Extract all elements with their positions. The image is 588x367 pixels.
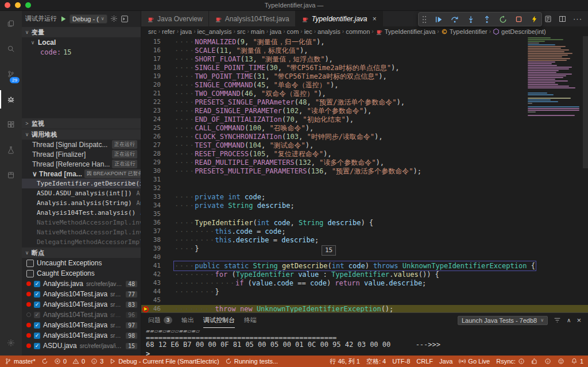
activity-bar-extensions[interactable] <box>0 112 22 137</box>
stack-frame[interactable]: Analysis104Test.analysis()A... <box>22 208 141 218</box>
breadcrumb-item[interactable]: getDescribe(int) <box>493 28 546 35</box>
minimap[interactable] <box>528 37 582 117</box>
code-line[interactable] <box>169 176 588 184</box>
activity-bar-gear[interactable] <box>0 330 22 356</box>
activity-bar-files[interactable] <box>0 11 22 36</box>
activity-bar-book[interactable] <box>0 163 22 188</box>
status-item-crlf[interactable]: CRLF <box>416 358 433 365</box>
checkbox-checked[interactable]: ✓ <box>34 333 40 339</box>
breakpoints-section-header[interactable]: ∨ 断点 <box>22 247 141 258</box>
status-item-rsync-[interactable]: Rsync: <box>496 357 525 365</box>
launch-config-dropdown[interactable]: Launch Java Tests - 7edb8 ∨ <box>458 316 548 325</box>
status-item-1[interactable]: 1 <box>571 357 583 365</box>
code-line[interactable]: ····public static String getDescribe(int… <box>169 262 588 271</box>
code-line[interactable]: ····END_OF_INITIALIZATIon(70, "初始化结束"), <box>169 115 588 124</box>
stop-icon[interactable] <box>515 16 523 23</box>
code-line[interactable]: ····SINGLE_COMMAND(45, "单命令（遥控）"), <box>169 81 588 90</box>
split-icon[interactable] <box>559 15 566 23</box>
console-prompt[interactable]: > <box>146 350 150 356</box>
checkbox-checked[interactable]: ✓ <box>34 291 40 298</box>
status-item-0[interactable]: 0 <box>54 357 67 365</box>
start-debug-icon[interactable] <box>60 16 67 22</box>
activity-bar-test[interactable] <box>0 137 22 163</box>
code-line[interactable]: ········this.code = code; <box>169 227 588 236</box>
gear-icon[interactable] <box>110 15 118 22</box>
variable-row[interactable]: code: 15 <box>22 47 141 57</box>
checkbox-unchecked[interactable] <box>26 270 34 277</box>
checkbox-unchecked[interactable] <box>26 260 34 267</box>
breakpoint-row[interactable]: ✓Analysis.javasrc/refer/java...48 <box>22 279 141 289</box>
breadcrumb-item[interactable]: iec_analysis <box>198 28 232 35</box>
call-stack-section-header[interactable]: ∨ 调用堆栈 <box>22 129 141 140</box>
activity-bar-scm[interactable]: 29 <box>0 61 22 87</box>
panel-tab-问题[interactable]: 问题3 <box>148 313 172 327</box>
status-item-master-[interactable]: master* <box>5 357 36 365</box>
tab-java-overview[interactable]: Java Overview <box>141 11 209 26</box>
stepinto-icon[interactable] <box>467 16 475 24</box>
more-icon[interactable]: ··· <box>573 14 582 23</box>
code-line[interactable]: ····READ_MULTIPLE_PARAMETERS(132, "读多个参数… <box>169 159 588 167</box>
breakpoint-row[interactable]: ✓Analysis104Test.javasrc/r...97 <box>22 320 141 330</box>
panel-tab-输出[interactable]: 输出 <box>181 313 194 327</box>
editor-scrollbar[interactable] <box>583 36 588 168</box>
breadcrumb-item[interactable]: common <box>346 28 370 35</box>
debug-console[interactable]: ▰▰▱▰▱▰▱▱▰▰▱▰▱ ==========================… <box>141 327 588 356</box>
checkbox-checked[interactable]: ✓ <box>34 343 40 349</box>
breadcrumb-item[interactable]: analysis <box>318 28 341 35</box>
status-item-空格-4[interactable]: 空格: 4 <box>366 357 386 366</box>
code-line[interactable]: ····TEST_COMMAND(104, "测试命令"), <box>169 141 588 150</box>
stack-frame[interactable]: NativeMethodAccessorImpl.invoke0( <box>22 218 141 227</box>
status-item-0[interactable]: 0 <box>72 357 85 365</box>
code-line[interactable]: ············if (value.code == code) retu… <box>169 279 588 288</box>
code-line[interactable]: ····SHORT_FLOAT(13, "测量值，短浮点数"), <box>169 55 588 64</box>
code-line[interactable]: ····CLOCK_SYNCHRONIZATIon(103, "时钟同步/读取命… <box>169 133 588 141</box>
status-item[interactable] <box>531 357 538 365</box>
panel-tab-终端[interactable]: 终端 <box>244 313 257 327</box>
call-stack-thread[interactable]: Thread [Reference Han...正在运行 <box>22 159 141 169</box>
status-item-debug-current-file-smartelectric-[interactable]: Debug - Current File (SmartElectric) <box>109 357 219 365</box>
breadcrumb-item[interactable]: src <box>237 28 246 35</box>
breadcrumb-item[interactable]: main <box>251 28 265 35</box>
exception-breakpoint-row[interactable]: Uncaught Exceptions <box>22 258 141 268</box>
code-line[interactable]: ····SCALE(11, "测量值，标度化值"), <box>169 47 588 55</box>
debug-config-dropdown[interactable]: Debug - ( ∨ <box>69 14 107 24</box>
tab-typeidentifier-java[interactable]: TypeIdentifier.java× <box>296 11 383 26</box>
activity-bar-debug[interactable] <box>0 87 22 112</box>
code-line[interactable]: ····PRESETS_SINGLE_PARAmeter(48, "预置/激活单… <box>169 98 588 107</box>
call-stack-thread[interactable]: Thread [Finalizer]正在运行 <box>22 149 141 159</box>
stack-frame[interactable]: DelegatingMethodAccessorImpl.inv <box>22 237 141 247</box>
breadcrumb-item[interactable]: TypeIdentifier <box>441 28 488 35</box>
code-line[interactable]: ········} <box>169 288 588 296</box>
code-line[interactable] <box>169 210 588 219</box>
close-panel-icon[interactable]: × <box>577 316 581 324</box>
breadcrumb-item[interactable]: refer <box>162 28 175 35</box>
code-line[interactable] <box>169 296 588 305</box>
status-item[interactable] <box>544 357 551 365</box>
activity-bar-search[interactable] <box>0 36 22 61</box>
breadcrumb-item[interactable]: TypeIdentifier.java <box>376 28 436 35</box>
checkbox-checked[interactable]: ✓ <box>34 312 40 318</box>
restart-icon[interactable] <box>499 16 507 24</box>
code-line[interactable]: ····TypeIdentifier(int code, String desc… <box>169 219 588 227</box>
breakpoint-row[interactable]: ✓Analysis104Test.javasrc/r...77 <box>22 289 141 299</box>
status-item-java[interactable]: Java <box>439 358 452 365</box>
call-stack-thread[interactable]: Thread [Signal Dispatc...正在运行 <box>22 140 141 149</box>
code-line[interactable] <box>169 253 588 262</box>
breadcrumb-item[interactable]: iec <box>304 28 312 35</box>
stepover-icon[interactable] <box>451 16 459 24</box>
status-item[interactable] <box>558 357 564 365</box>
code-editor[interactable]: 1516171819202122232425262728293031323334… <box>141 36 588 312</box>
breakpoint-row[interactable]: ✓Analysis104Test.javasrc/r...98 <box>22 330 141 341</box>
panel-tab-调试控制台[interactable]: 调试控制台 <box>203 313 235 328</box>
variables-section-header[interactable]: ∨ 变量 <box>22 26 141 37</box>
breakpoint-row[interactable]: ✓ASDU.javasrc/refer/java/ie...15 <box>22 341 141 351</box>
checkbox-checked[interactable]: ✓ <box>34 302 40 308</box>
code-line[interactable]: ········throw new UnknownTypeIdentifierE… <box>169 305 588 312</box>
status-item-行-46-列-1[interactable]: 行 46, 列 1 <box>330 357 360 366</box>
tab-analysis104test-java[interactable]: Analysis104Test.java <box>209 11 296 26</box>
stack-frame[interactable]: NativeMethodAccessorImpl.invoke( <box>22 227 141 237</box>
close-icon[interactable]: × <box>372 15 376 23</box>
code-line[interactable]: ····SINGLE_POINT_TIME(30, "带CP56Time2a时标… <box>169 64 588 72</box>
watch-section-header[interactable]: > 监视 <box>22 118 141 129</box>
filter-icon[interactable] <box>554 316 561 324</box>
